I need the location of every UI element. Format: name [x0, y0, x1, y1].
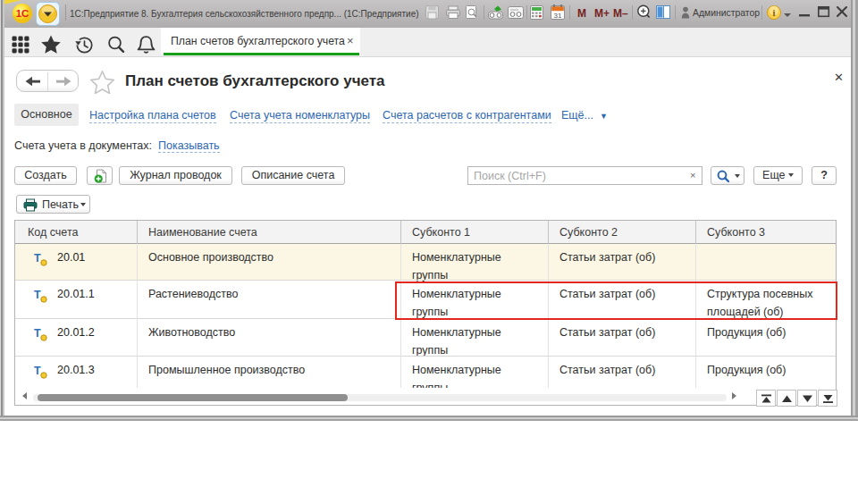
- svg-text:М+: М+: [594, 7, 610, 20]
- svg-text:М: М: [577, 7, 586, 20]
- svg-text:Т: Т: [34, 365, 41, 377]
- svg-text:Т: Т: [34, 252, 41, 265]
- svg-text:Т: Т: [34, 289, 41, 301]
- svg-text:i: i: [773, 8, 776, 18]
- svg-text:31: 31: [554, 12, 562, 20]
- svg-text:1С: 1С: [16, 8, 29, 19]
- svg-text:Т: Т: [34, 327, 41, 340]
- svg-text:Администратор: Администратор: [693, 8, 760, 18]
- svg-text:М–: М–: [613, 7, 628, 20]
